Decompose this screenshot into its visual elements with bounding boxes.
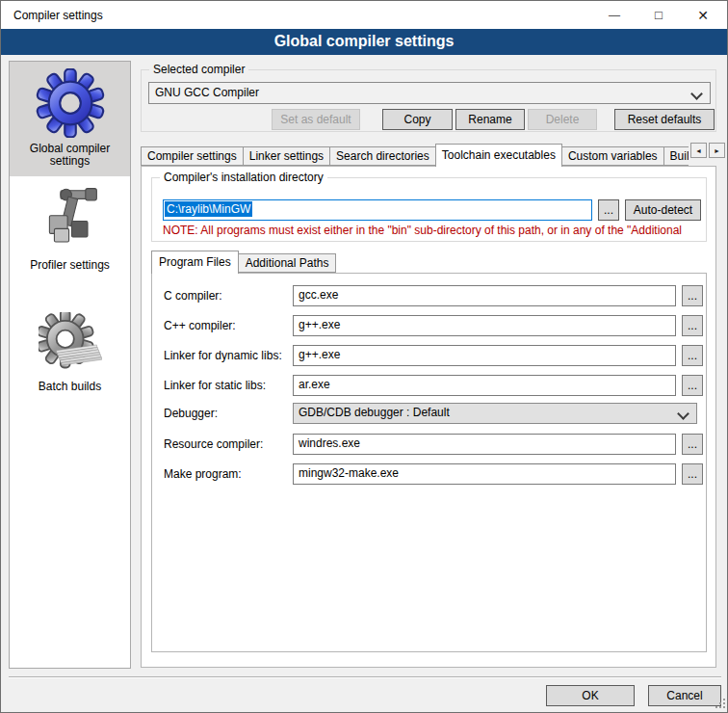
resize-grip[interactable] [715,699,725,708]
sidebar-item-batch-builds[interactable]: Batch builds [10,296,130,393]
minimize-button[interactable]: — [592,1,637,29]
title-bar[interactable]: Compiler settings — □ ✕ [1,1,727,29]
arrow-left-icon: ◄ [695,147,702,154]
chevron-down-icon [690,88,703,100]
input-value: mingw32-make.exe [299,466,399,480]
selected-compiler-group: Selected compiler GNU GCC Compiler Set a… [141,69,716,132]
subtab-strip: Program FilesAdditional Paths [151,251,335,274]
delete-button: Delete [528,109,597,130]
field-row-linker-for-dynamic-libs: Linker for dynamic libs:g++.exe... [152,345,706,366]
reset-defaults-button[interactable]: Reset defaults [614,109,715,130]
sidebar-item-profiler-settings[interactable]: Profiler settings [10,176,130,296]
input-value: ar.exe [299,378,330,391]
sidebar-item-label: Profiler settings [18,259,122,272]
ok-button[interactable]: OK [546,685,635,706]
subtab-additional-paths[interactable]: Additional Paths [238,253,337,273]
tab-scroll-left-button[interactable]: ◄ [690,143,707,158]
tab-search-directories[interactable]: Search directories [329,146,436,166]
field-row-c-compiler: C compiler:gcc.exe... [152,285,706,306]
tab-build-options[interactable]: Build options [663,146,689,166]
field-label: Resource compiler: [164,434,263,455]
subtab-program-files[interactable]: Program Files [151,251,239,274]
tab-strip: Compiler settingsLinker settingsSearch d… [141,143,689,167]
browse-button[interactable]: ... [682,375,703,396]
minimize-icon: — [609,9,620,22]
field-label: Linker for static libs: [164,375,266,396]
browse-button[interactable]: ... [598,199,619,221]
rename-button[interactable]: Rename [455,109,525,130]
c-compiler-input[interactable]: gcc.exe [293,285,676,306]
field-row-resource-compiler: Resource compiler:windres.exe... [152,434,706,455]
input-value: windres.exe [299,436,360,450]
browse-button[interactable]: ... [682,285,703,306]
debugger-select[interactable]: GDB/CDB debugger : Default [293,403,697,424]
browse-button[interactable]: ... [682,434,703,455]
tab-custom-variables[interactable]: Custom variables [561,146,664,166]
auto-detect-button[interactable]: Auto-detect [625,199,701,221]
browse-button[interactable]: ... [682,463,703,485]
page-title: Global compiler settings [1,29,727,55]
make-program-input[interactable]: mingw32-make.exe [293,463,676,485]
cancel-button[interactable]: Cancel [648,685,721,706]
group-legend: Compiler's installation directory [160,171,327,184]
field-label: C++ compiler: [164,315,236,336]
group-legend: Selected compiler [149,63,248,76]
close-icon: ✕ [697,8,709,23]
window-title: Compiler settings [13,9,103,22]
field-label: Debugger: [164,403,218,424]
toolchain-executables-panel: Compiler's installation directory C:\ray… [141,166,716,668]
field-row-debugger: Debugger:GDB/CDB debugger : Default [152,403,706,424]
maximize-button[interactable]: □ [637,1,681,29]
field-row-make-program: Make program:mingw32-make.exe... [152,463,706,485]
input-value: gcc.exe [299,288,338,302]
installation-directory-value: C:\raylib\MinGW [165,201,252,217]
set-as-default-button: Set as default [272,109,360,130]
copy-button[interactable]: Copy [382,109,453,130]
selected-compiler-dropdown[interactable]: GNU GCC Compiler [148,82,711,104]
linker-for-dynamic-libs-input[interactable]: g++.exe [293,345,676,366]
c-compiler-input[interactable]: g++.exe [293,315,676,336]
input-value: g++.exe [299,348,340,361]
tab-toolchain-executables[interactable]: Toolchain executables [435,144,562,167]
input-value: g++.exe [299,318,340,331]
field-row-linker-for-static-libs: Linker for static libs:ar.exe... [152,375,706,396]
sidebar-item-label: Global compiler settings [18,143,122,168]
browse-button[interactable]: ... [682,345,703,366]
gear-stack-icon [39,312,102,376]
compiler-settings-dialog: Compiler settings — □ ✕ Global compiler … [0,0,728,713]
arrow-right-icon: ► [714,147,720,154]
resource-compiler-input[interactable]: windres.exe [293,434,676,455]
footer-separator [9,676,721,678]
field-label: Linker for dynamic libs: [164,345,282,366]
sidebar-item-global-compiler-settings[interactable]: Global compiler settings [10,62,130,176]
installation-directory-input[interactable]: C:\raylib\MinGW [163,199,592,221]
field-label: Make program: [164,463,242,485]
program-files-panel: C compiler:gcc.exe...C++ compiler:g++.ex… [151,273,707,652]
linker-for-static-libs-input[interactable]: ar.exe [293,375,676,396]
select-value: GDB/CDB debugger : Default [299,406,450,419]
selected-compiler-value: GNU GCC Compiler [155,86,259,99]
tab-linker-settings[interactable]: Linker settings [243,146,330,166]
tab-compiler-settings[interactable]: Compiler settings [141,146,244,166]
sidebar-item-label: Batch builds [18,381,122,393]
installation-directory-group: Compiler's installation directory C:\ray… [151,177,707,242]
maximize-icon: □ [655,8,663,22]
gear-blue-icon [36,68,105,138]
close-button[interactable]: ✕ [681,1,725,29]
browse-button[interactable]: ... [682,315,703,336]
chevron-down-icon [677,408,689,420]
caption-buttons: — □ ✕ [592,1,725,29]
caliper-icon [36,185,105,254]
settings-sidebar: Global compiler settings Profiler settin… [9,61,131,669]
tab-scroll-right-button[interactable]: ► [709,143,725,158]
note-text: NOTE: All programs must exist either in … [163,224,702,237]
field-row-c-compiler: C++ compiler:g++.exe... [152,315,706,336]
field-label: C compiler: [164,285,222,306]
